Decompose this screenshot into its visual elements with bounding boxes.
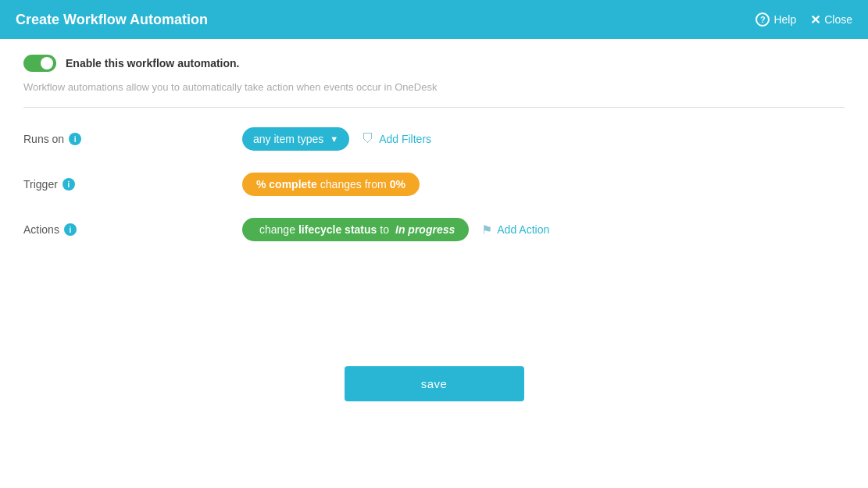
trigger-part2: changes from [320,178,387,191]
action-part2: lifecycle status [298,223,377,236]
actions-info-icon[interactable]: i [64,223,77,236]
save-container: save [23,366,845,401]
chevron-down-icon: ▼ [330,134,338,144]
help-button[interactable]: ? Help [755,12,796,27]
enable-toggle[interactable] [23,55,56,72]
close-icon: ✕ [810,12,820,27]
subtitle-text: Workflow automations allow you to automa… [23,81,845,93]
header-actions: ? Help ✕ Close [755,12,852,27]
filter-icon: ⛉ [362,132,374,146]
action-part4: In progress [395,223,455,236]
help-icon: ? [755,12,770,27]
action-pill[interactable]: change lifecycle status to In progress [242,218,469,241]
runs-on-label: Runs on i [23,133,102,145]
trigger-pill[interactable]: % complete changes from 0% [242,173,420,196]
actions-label: Actions i [23,223,102,236]
save-button[interactable]: save [345,366,524,401]
close-label: Close [824,13,852,26]
action-part3: to [380,223,389,236]
add-action-button[interactable]: ⚑ Add Action [481,223,549,237]
page-title: Create Workflow Automation [16,12,208,28]
divider [23,107,845,108]
item-types-dropdown[interactable]: any item types ▼ [242,127,349,151]
trigger-part3: 0% [390,178,405,191]
flag-icon: ⚑ [481,223,492,237]
trigger-part1: % complete [256,178,317,191]
main-content: Enable this workflow automation. Workflo… [0,39,868,417]
action-part1: change [259,223,295,236]
toggle-row: Enable this workflow automation. [23,55,845,72]
add-filters-label: Add Filters [379,133,431,145]
close-button[interactable]: ✕ Close [810,12,852,27]
add-filters-button[interactable]: ⛉ Add Filters [362,132,431,146]
item-types-text: any item types [253,133,323,145]
add-action-label: Add Action [497,223,549,236]
trigger-label: Trigger i [23,178,102,191]
toggle-label: Enable this workflow automation. [66,57,239,69]
trigger-info-icon[interactable]: i [63,178,75,191]
runs-on-controls: any item types ▼ ⛉ Add Filters [242,127,845,151]
runs-on-row: Runs on i any item types ▼ ⛉ Add Filters [23,127,845,151]
trigger-row: Trigger i % complete changes from 0% [23,173,845,196]
actions-row: Actions i change lifecycle status to In … [23,218,845,241]
actions-controls: change lifecycle status to In progress ⚑… [242,218,845,241]
trigger-controls: % complete changes from 0% [242,173,845,196]
header: Create Workflow Automation ? Help ✕ Clos… [0,0,868,39]
help-label: Help [773,13,796,26]
runs-on-info-icon[interactable]: i [69,133,81,145]
